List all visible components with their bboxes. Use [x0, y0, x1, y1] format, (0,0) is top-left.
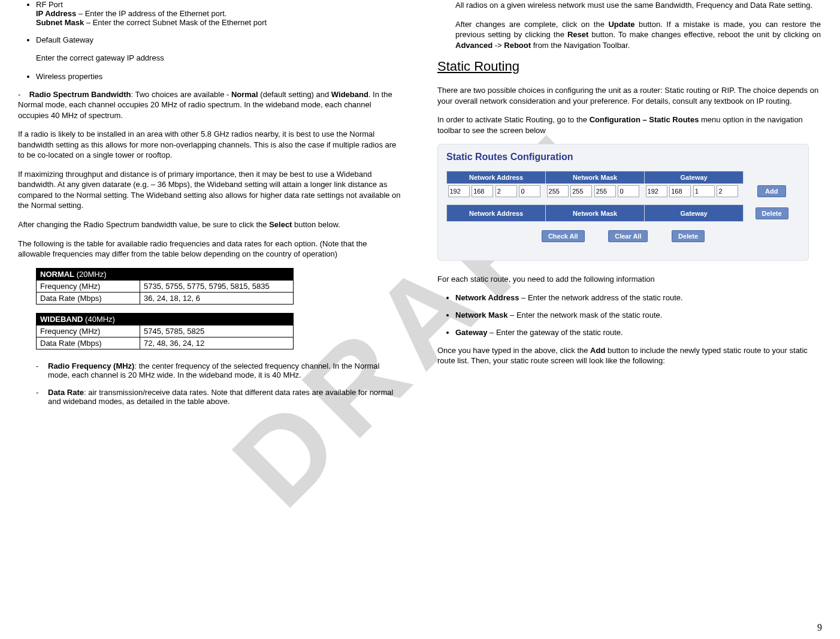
p4a: After changing the Radio Spectrum bandwi… [18, 220, 269, 229]
rsb-normal: Normal [231, 90, 258, 99]
wide-hdr-t: (40MHz) [83, 315, 115, 324]
li-network-address: Network Address – Enter the network addr… [455, 293, 821, 302]
dash-mark: - [36, 388, 48, 406]
li2b: – Enter the network mask of the static r… [507, 311, 662, 320]
r2-adv: Advanced [455, 41, 492, 50]
cfg-button-row: Check All Clear All Delete [446, 230, 800, 242]
r-para6: Once you have typed in the above, click … [437, 345, 821, 366]
gw-oct-1[interactable] [646, 185, 667, 197]
gateway-text: Enter the correct gateway IP address [36, 53, 401, 64]
dash-radio-freq: - Radio Frequency (MHz): the center freq… [36, 361, 401, 379]
cfg-gw-cell [645, 184, 744, 199]
wide-hdr-b: WIDEBAND [40, 315, 83, 324]
left-column: RF Port IP Address – Enter the IP addres… [12, 0, 407, 414]
li3a: Gateway [455, 328, 487, 337]
cfg-nm-cell [546, 184, 645, 199]
dr-text: : air transmission/receive data rates. N… [48, 388, 393, 406]
r2c: button. To make changes effective, reboo… [588, 30, 821, 39]
rsb-wideband: Wideband [331, 90, 368, 99]
gw-oct-3[interactable] [693, 185, 715, 197]
normal-freq-label: Frequency (MHz) [37, 280, 140, 292]
wide-freq-label: Frequency (MHz) [37, 325, 140, 337]
bullet-wireless: Wireless properties [36, 72, 401, 81]
add-button[interactable]: Add [757, 185, 786, 197]
wide-rate-label: Data Rate (Mbps) [37, 337, 140, 349]
check-all-button[interactable]: Check All [542, 230, 585, 242]
delete-button[interactable]: Delete [672, 230, 705, 242]
li2a: Network Mask [455, 311, 507, 320]
cfg2-col-na: Network Address [447, 205, 546, 222]
cfg2-col-gw: Gateway [645, 205, 744, 222]
r2d: -> [492, 41, 504, 50]
normal-rate-val: 36, 24, 18, 12, 6 [140, 292, 294, 304]
na-oct-4[interactable] [519, 185, 540, 197]
page-number: 9 [817, 622, 822, 633]
clear-all-button[interactable]: Clear All [608, 230, 648, 242]
nm-oct-4[interactable] [618, 185, 639, 197]
r-para2: After changes are complete, click on the… [455, 19, 821, 51]
subnet-line: Subnet Mask – Enter the correct Subnet M… [36, 18, 401, 27]
wide-rate-val: 72, 48, 36, 24, 12 [140, 337, 294, 349]
ip-text: – Enter the IP address of the Ethernet p… [76, 9, 226, 18]
li1a: Network Address [455, 293, 519, 302]
r2-reboot: Reboot [504, 41, 531, 50]
na-oct-1[interactable] [448, 185, 470, 197]
para-throughput: If maximizing throughput and distance is… [18, 169, 401, 211]
r2-reset: Reset [567, 30, 588, 39]
cfg-title: Static Routes Configuration [446, 152, 800, 162]
r6a: Once you have typed in the above, click … [437, 346, 590, 355]
cfg-na-cell [447, 184, 546, 199]
li1b: – Enter the network address of the stati… [519, 293, 682, 302]
bullet-rf-port: RF Port IP Address – Enter the IP addres… [36, 0, 401, 27]
rsb-label: Radio Spectrum Bandwidth [29, 90, 131, 99]
dr-label: Data Rate [48, 388, 84, 397]
right-column: All radios on a given wireless network m… [431, 0, 827, 414]
cfg2-del-cell: Delete [744, 205, 800, 222]
ip-line: IP Address – Enter the IP address of the… [36, 9, 401, 18]
r2-update: Update [608, 20, 634, 29]
li-gateway: Gateway – Enter the gateway of the stati… [455, 328, 821, 337]
na-oct-2[interactable] [472, 185, 493, 197]
normal-hdr-t: (20MHz) [74, 270, 106, 279]
na-oct-3[interactable] [495, 185, 517, 197]
cfg2-col-nm: Network Mask [546, 205, 645, 222]
rf-label: Radio Frequency (MHz) [48, 361, 134, 370]
gateway-label: Default Gateway [36, 35, 93, 44]
wide-freq-val: 5745, 5785, 5825 [140, 325, 294, 337]
r2e: from the Navigation Toolbar. [531, 41, 630, 50]
li3b: – Enter the gateway of the static route. [487, 328, 623, 337]
r4a: In order to activate Static Routing, go … [437, 115, 590, 124]
r6b: Add [590, 346, 605, 355]
cfg-col-na: Network Address [447, 171, 546, 184]
rsb-t2: (default setting) and [258, 90, 331, 99]
static-routes-config-box: Static Routes Configuration Network Addr… [437, 144, 809, 261]
bullet-gateway: Default Gateway [36, 35, 401, 44]
para-table-intro: The following is the table for available… [18, 239, 401, 260]
wideband-table: WIDEBAND (40MHz) Frequency (MHz) 5745, 5… [36, 313, 294, 349]
gw-oct-2[interactable] [669, 185, 691, 197]
r-para3: There are two possible choices in config… [437, 85, 821, 106]
page-content: RF Port IP Address – Enter the IP addres… [0, 0, 840, 414]
wireless-label: Wireless properties [36, 72, 102, 81]
subnet-label: Subnet Mask [36, 18, 84, 27]
nm-oct-2[interactable] [570, 185, 592, 197]
ip-label: IP Address [36, 9, 76, 18]
cfg-col-nm: Network Mask [546, 171, 645, 184]
para-nearby: If a radio is likely to be installed in … [18, 129, 401, 161]
delete-row-button[interactable]: Delete [756, 207, 788, 219]
cfg-list-table: Network Address Network Mask Gateway Del… [446, 204, 800, 222]
cfg-col-gw: Gateway [645, 171, 744, 184]
normal-rate-label: Data Rate (Mbps) [37, 292, 140, 304]
cfg-input-table: Network Address Network Mask Gateway [446, 171, 800, 198]
nm-oct-1[interactable] [547, 185, 569, 197]
dash-data-rate: - Data Rate: air transmission/receive da… [36, 388, 401, 406]
p4c: button below. [292, 220, 340, 229]
static-routing-heading: Static Routing [437, 59, 821, 74]
normal-hdr-b: NORMAL [40, 270, 74, 279]
nm-oct-3[interactable] [594, 185, 616, 197]
rsb-para: - Radio Spectrum Bandwidth: Two choices … [18, 89, 401, 121]
r-para4: In order to activate Static Routing, go … [437, 114, 821, 135]
r-para1: All radios on a given wireless network m… [455, 0, 821, 11]
li-network-mask: Network Mask – Enter the network mask of… [455, 311, 821, 320]
gw-oct-4[interactable] [717, 185, 738, 197]
